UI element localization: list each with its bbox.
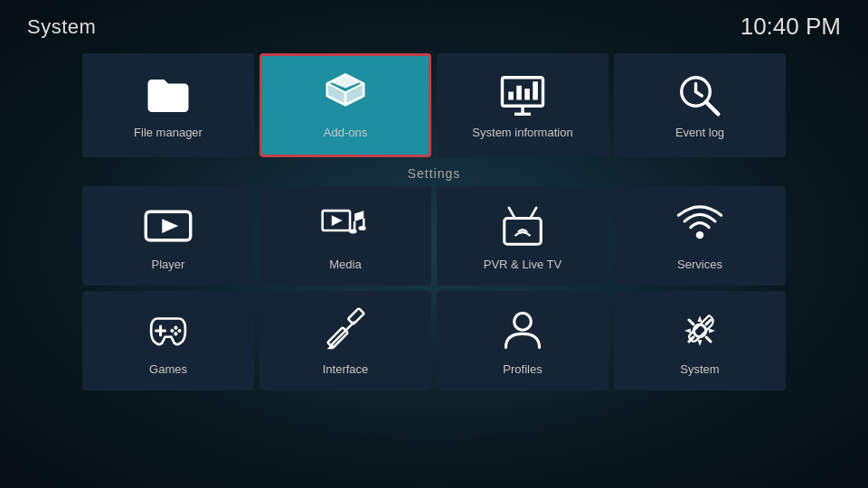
tile-file-manager[interactable]: File manager <box>82 53 254 157</box>
tile-interface-label: Interface <box>323 362 369 376</box>
profiles-icon <box>498 306 547 355</box>
svg-point-18 <box>358 226 365 230</box>
tile-system[interactable]: System <box>614 291 786 390</box>
svg-rect-3 <box>508 92 514 100</box>
tile-games[interactable]: Games <box>82 291 254 390</box>
svg-line-21 <box>530 207 536 218</box>
svg-point-25 <box>174 325 177 329</box>
tile-player-label: Player <box>152 258 185 271</box>
tile-add-ons[interactable]: Add-ons <box>259 53 431 157</box>
tile-system-label: System <box>680 362 719 376</box>
settings-title: Settings <box>0 166 868 181</box>
svg-point-34 <box>693 324 706 337</box>
settings-row-2: Games Interface <box>0 291 868 390</box>
media-icon <box>321 202 370 250</box>
clock: 10:40 PM <box>741 13 841 41</box>
tile-media-label: Media <box>329 258 361 271</box>
tile-file-manager-label: File manager <box>134 126 203 139</box>
svg-line-20 <box>509 207 515 218</box>
svg-point-26 <box>177 328 181 332</box>
system-icon <box>675 306 724 355</box>
svg-marker-12 <box>162 219 178 233</box>
svg-rect-31 <box>348 308 364 324</box>
tile-system-information[interactable]: System information <box>437 53 609 157</box>
settings-row-1: Player Media <box>0 186 868 286</box>
eventlog-icon <box>675 71 724 120</box>
svg-marker-14 <box>332 215 343 226</box>
tile-services-label: Services <box>677 258 722 271</box>
interface-icon <box>321 306 370 355</box>
tile-services[interactable]: Services <box>614 186 786 286</box>
player-icon <box>144 202 193 250</box>
tile-player[interactable]: Player <box>82 186 254 286</box>
tile-event-log-label: Event log <box>675 126 724 139</box>
tile-pvr-live-tv-label: PVR & Live TV <box>484 258 561 271</box>
svg-point-28 <box>170 328 174 332</box>
svg-line-9 <box>696 92 703 97</box>
tile-profiles-label: Profiles <box>503 362 542 376</box>
settings-section: Settings Player <box>0 166 868 390</box>
tile-profiles[interactable]: Profiles <box>437 291 609 390</box>
tile-system-information-label: System information <box>472 126 572 139</box>
svg-point-27 <box>174 332 177 335</box>
page-title: System <box>27 15 96 39</box>
tile-interface[interactable]: Interface <box>259 291 431 390</box>
svg-point-17 <box>349 229 356 233</box>
folder-icon <box>144 71 193 120</box>
svg-rect-4 <box>516 86 522 100</box>
svg-rect-19 <box>505 218 542 244</box>
svg-line-10 <box>706 102 719 115</box>
top-row: File manager Add-ons <box>0 53 868 157</box>
sysinfo-icon <box>498 71 547 120</box>
header: System 10:40 PM <box>0 0 868 50</box>
tile-event-log[interactable]: Event log <box>614 53 786 157</box>
tile-pvr-live-tv[interactable]: PVR & Live TV <box>437 186 609 286</box>
tile-media[interactable]: Media <box>259 186 431 286</box>
tile-games-label: Games <box>149 362 187 376</box>
tile-add-ons-label: Add-ons <box>324 126 367 139</box>
svg-point-22 <box>696 230 703 238</box>
svg-rect-5 <box>524 89 530 99</box>
addons-icon <box>321 71 370 120</box>
services-icon <box>675 202 724 250</box>
pvr-icon <box>498 202 547 250</box>
svg-point-33 <box>514 313 532 330</box>
games-icon <box>144 306 193 355</box>
svg-line-32 <box>330 321 354 345</box>
svg-rect-6 <box>533 81 538 99</box>
